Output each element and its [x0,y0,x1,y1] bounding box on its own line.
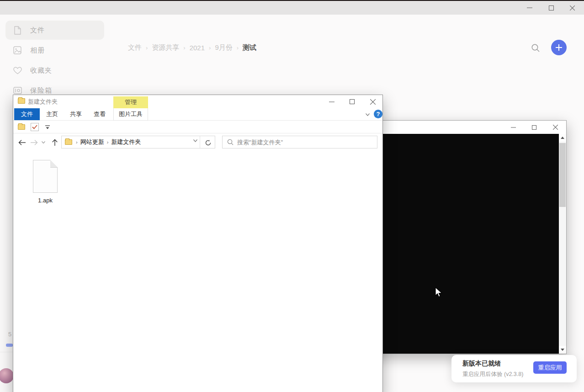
breadcrumb-item[interactable]: 资源共享 [152,43,179,52]
app-minimize-button[interactable] [519,1,540,15]
breadcrumb-separator: › [209,44,211,51]
search-icon [531,43,540,53]
breadcrumb-separator: › [146,44,148,51]
app-titlebar [0,1,584,15]
maximize-icon [532,125,536,130]
breadcrumb-separator: › [237,44,239,51]
bw-maximize-button[interactable] [525,121,543,134]
address-segment[interactable]: 新建文件夹 [111,138,141,146]
address-row: › 网站更新 › 新建文件夹 [13,134,382,151]
file-item[interactable]: 1.apk [26,160,64,204]
add-button[interactable] [551,40,567,55]
tab-view[interactable]: 查看 [88,108,111,120]
ribbon-collapse-button[interactable] [363,111,372,118]
close-icon [553,125,558,130]
maximize-icon [350,99,355,104]
sidebar-item-label: 保险箱 [30,86,52,95]
arrow-up-icon [52,139,58,146]
file-icon [13,26,22,35]
explorer-maximize-button[interactable] [342,95,362,108]
quick-access-toolbar [13,121,382,133]
tab-file[interactable]: 文件 [14,108,40,120]
close-icon [370,99,376,105]
search-input[interactable] [237,139,365,146]
scrollbar-thumb[interactable] [559,143,566,207]
sidebar-item-albums[interactable]: 相册 [5,41,104,60]
refresh-icon [205,140,211,146]
close-icon [570,5,575,11]
folder-icon [18,98,25,104]
explorer-window: 新建文件夹 管理 文件 主页 共享 查看 图片工具 ? [13,95,383,392]
search-icon [227,139,234,145]
sidebar-item-label: 文件 [30,26,45,35]
minimize-icon [527,5,532,11]
photo-icon [13,46,22,55]
address-dropdown-button[interactable] [193,139,197,142]
explorer-window-title: 新建文件夹 [28,98,58,106]
address-divider [200,136,200,148]
blank-file-icon [33,160,58,193]
scroll-up-button[interactable] [559,134,566,142]
arrow-right-icon [30,140,38,145]
toast-title: 新版本已就绪 [462,360,501,368]
breadcrumb-item[interactable]: 2021 [190,44,205,52]
update-toast: 新版本已就绪 重启应用后体验 (v2.3.8) 重启应用 [451,355,577,382]
back-button[interactable] [16,137,28,148]
breadcrumb-item-current: 测试 [243,43,256,52]
toast-subtitle: 重启应用后体验 (v2.3.8) [462,371,523,378]
ribbon-tab-row: 文件 主页 共享 查看 图片工具 ? [13,108,382,121]
app-maximize-button[interactable] [541,1,562,15]
heart-icon [13,66,22,75]
explorer-close-button[interactable] [362,95,383,108]
help-button[interactable]: ? [374,110,382,118]
storage-text-fragment: 5 [8,331,11,338]
search-box[interactable] [222,136,377,148]
arrow-left-icon [18,140,26,145]
up-button[interactable] [49,137,61,148]
folder-icon [18,124,25,130]
storage-usage-bar [6,344,13,347]
tab-home[interactable]: 主页 [41,108,64,120]
safe-icon [13,86,22,95]
breadcrumb: 文件 › 资源共享 › 2021 › 9月份 › 测试 [128,42,256,53]
chevron-down-icon [561,349,564,351]
address-bar[interactable]: › 网站更新 › 新建文件夹 [61,136,215,148]
scroll-down-button[interactable] [559,346,566,354]
breadcrumb-item[interactable]: 9月份 [215,43,232,52]
bw-minimize-button[interactable] [504,121,522,134]
restart-app-button[interactable]: 重启应用 [533,361,567,374]
explorer-file-list: 1.apk [13,151,382,392]
sidebar-item-label: 相册 [30,46,45,55]
recent-locations-button[interactable] [40,137,47,148]
minimize-icon [511,125,516,130]
refresh-button[interactable] [203,138,212,147]
tab-picture-tools[interactable]: 图片工具 [113,108,148,121]
plus-icon [555,44,563,51]
maximize-icon [549,5,554,11]
chevron-down-icon [366,113,370,116]
customize-qat-button[interactable] [45,125,50,129]
address-separator: › [107,139,109,145]
minimize-icon [329,99,334,105]
chevron-down-icon [42,141,45,143]
chevron-up-icon [561,137,564,139]
dropdown-arrow-icon [45,125,50,129]
bw-close-button[interactable] [546,121,564,134]
app-close-button[interactable] [562,1,583,15]
sidebar-item-label: 收藏夹 [30,66,52,75]
address-segment[interactable]: 网站更新 [80,138,104,146]
sidebar-item-files[interactable]: 文件 [5,21,104,40]
breadcrumb-separator: › [183,44,185,51]
file-name: 1.apk [38,197,53,204]
breadcrumb-item[interactable]: 文件 [128,43,142,52]
properties-check-icon[interactable] [31,123,39,131]
contextual-tab-manage[interactable]: 管理 [113,96,148,108]
address-separator: › [76,139,78,145]
explorer-minimize-button[interactable] [321,95,342,108]
tab-share[interactable]: 共享 [64,108,87,120]
scrollbar[interactable] [559,134,566,354]
explorer-titlebar: 新建文件夹 管理 [13,95,382,108]
sidebar-item-favorites[interactable]: 收藏夹 [5,61,104,80]
forward-button[interactable] [28,137,40,148]
app-search-button[interactable] [530,42,541,53]
